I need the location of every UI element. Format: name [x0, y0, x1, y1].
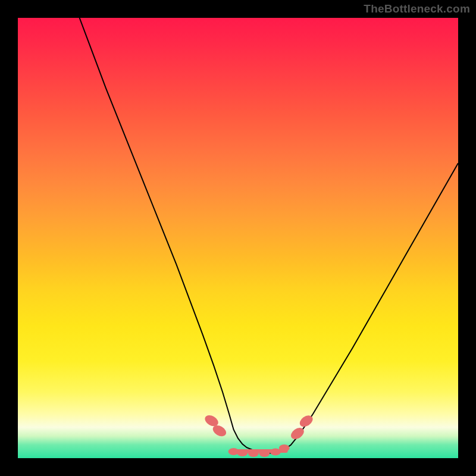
watermark-text: TheBottleneck.com — [364, 2, 470, 15]
svg-point-6 — [279, 444, 290, 452]
svg-point-4 — [259, 450, 270, 457]
curve-left — [80, 18, 274, 453]
chart-svg — [18, 18, 458, 458]
curve-right — [273, 163, 458, 453]
svg-point-3 — [248, 450, 259, 457]
svg-point-5 — [270, 449, 281, 456]
chart-frame: TheBottleneck.com — [0, 0, 476, 476]
svg-point-2 — [237, 449, 248, 456]
data-markers — [203, 413, 315, 457]
svg-point-1 — [228, 448, 239, 455]
plot-area — [18, 18, 458, 458]
